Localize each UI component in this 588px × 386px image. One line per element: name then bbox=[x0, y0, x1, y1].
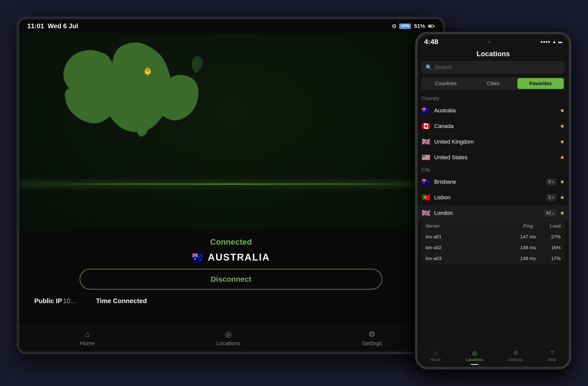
phone-header: Locations bbox=[418, 47, 569, 61]
star-canada[interactable]: ★ bbox=[560, 123, 565, 130]
country-row: 🇦🇺 AUSTRALIA bbox=[34, 252, 428, 263]
tabs-row: Countries Cities Favorites bbox=[422, 77, 565, 90]
map-glow-line bbox=[19, 184, 443, 184]
tablet-map-area bbox=[19, 33, 443, 230]
tab-favorites[interactable]: Favorites bbox=[517, 78, 564, 89]
phone-device: 4:48 ●●●● ▲ ▬ Locations 🔍 Search Countri… bbox=[415, 32, 571, 369]
section-country-label: Country bbox=[418, 94, 569, 103]
locations-nav-icon: ◎ bbox=[472, 349, 477, 357]
server-row[interactable]: lon-a02 148 ms 16% bbox=[422, 242, 565, 253]
server-row[interactable]: lon-a01 147 ms 27% bbox=[422, 232, 565, 242]
col-load-header: Load bbox=[541, 223, 561, 229]
star-uk[interactable]: ★ bbox=[560, 139, 565, 145]
time-connected-item: Time Connected bbox=[96, 297, 147, 305]
list-item[interactable]: 🇺🇸 United States ★ bbox=[418, 150, 569, 165]
chevron-down-icon: ▾ bbox=[552, 180, 554, 184]
settings-icon: ⚙ bbox=[368, 330, 375, 339]
phone-battery-icon: ▬ bbox=[558, 40, 562, 44]
wifi-icon: ⌬ bbox=[392, 23, 396, 29]
disconnect-button[interactable]: Disconnect bbox=[80, 269, 382, 290]
phone-notch bbox=[488, 41, 490, 43]
star-us[interactable]: ★ bbox=[560, 154, 565, 161]
country-uk: United Kingdom bbox=[434, 139, 558, 145]
locations-icon: ◎ bbox=[225, 330, 232, 339]
public-ip-item: Public IP 10... bbox=[34, 297, 76, 305]
chevron-up-icon: ▴ bbox=[552, 211, 554, 215]
public-ip-label: Public IP bbox=[34, 297, 62, 305]
tablet-screen: 11:01 Wed 6 Jul ⌬ VPN 51% bbox=[19, 19, 443, 352]
vpn-badge: VPN bbox=[399, 23, 411, 29]
phone-screen: 4:48 ●●●● ▲ ▬ Locations 🔍 Search Countri… bbox=[418, 34, 569, 367]
flag-brisbane: 🇦🇺 bbox=[422, 178, 431, 186]
phone-wifi-icon: ▲ bbox=[552, 40, 556, 44]
time-connected-label: Time Connected bbox=[96, 297, 147, 305]
list-item[interactable]: 🇬🇧 United Kingdom ★ bbox=[418, 134, 569, 150]
brisbane-count-badge[interactable]: 6 ▾ bbox=[546, 178, 556, 185]
city-brisbane: Brisbane bbox=[434, 179, 546, 185]
country-australia: Australia bbox=[434, 107, 558, 114]
tablet-status-bar: 11:01 Wed 6 Jul ⌬ VPN 51% bbox=[19, 19, 443, 33]
phone-nav-help[interactable]: ? Help bbox=[548, 349, 556, 362]
home-icon: ⌂ bbox=[434, 349, 437, 357]
tablet-time: 11:01 Wed 6 Jul bbox=[27, 22, 78, 30]
country-us: United States bbox=[434, 154, 558, 161]
phone-nav: ⌂ Home ◎ Locations ⚙ Settings ? Help bbox=[418, 346, 569, 367]
country-name: AUSTRALIA bbox=[208, 252, 270, 263]
star-australia[interactable]: ★ bbox=[560, 107, 565, 114]
london-count-badge[interactable]: 62 ▴ bbox=[544, 210, 556, 217]
chevron-down-icon: ▾ bbox=[552, 196, 554, 200]
phone-time: 4:48 bbox=[424, 38, 438, 46]
country-flag: 🇦🇺 bbox=[192, 252, 204, 263]
settings-nav-icon: ⚙ bbox=[513, 349, 518, 357]
info-row: Public IP 10... Time Connected bbox=[34, 297, 428, 305]
lisbon-count-badge[interactable]: 5 ▾ bbox=[546, 194, 556, 201]
nav-underline bbox=[471, 364, 478, 365]
svg-point-0 bbox=[146, 68, 150, 72]
list-item[interactable]: 🇦🇺 Australia ★ bbox=[418, 103, 569, 118]
phone-status-icons: ●●●● ▲ ▬ bbox=[540, 40, 562, 44]
server-row[interactable]: lon-a03 148 ms 17% bbox=[422, 253, 565, 264]
tablet-nav-locations[interactable]: ◎ Locations bbox=[216, 330, 240, 347]
flag-us: 🇺🇸 bbox=[422, 153, 431, 162]
city-lisbon: Lisbon bbox=[434, 194, 546, 201]
list-item[interactable]: 🇵🇹 Lisbon 5 ▾ ★ bbox=[418, 190, 569, 205]
tablet-nav: ⌂ Home ◎ Locations ⚙ Settings bbox=[19, 326, 443, 352]
tablet-nav-home[interactable]: ⌂ Home bbox=[80, 330, 95, 347]
phone-nav-home[interactable]: ⌂ Home bbox=[430, 349, 441, 362]
tablet-status-right: ⌬ VPN 51% bbox=[392, 23, 435, 29]
country-canada: Canada bbox=[434, 123, 558, 130]
tablet-nav-settings[interactable]: ⚙ Settings bbox=[362, 330, 382, 347]
col-server-header: Server bbox=[426, 223, 515, 229]
australia-map bbox=[49, 38, 246, 154]
star-brisbane[interactable]: ★ bbox=[560, 179, 565, 185]
flag-london: 🇬🇧 bbox=[422, 209, 431, 217]
help-icon: ? bbox=[550, 349, 554, 357]
list-item[interactable]: 🇨🇦 Canada ★ bbox=[418, 118, 569, 134]
tablet-bottom-area: Connected 🇦🇺 AUSTRALIA Disconnect Public… bbox=[19, 230, 443, 326]
phone-title: Locations bbox=[477, 50, 510, 58]
list-item[interactable]: 🇦🇺 Brisbane 6 ▾ ★ bbox=[418, 174, 569, 190]
search-icon: 🔍 bbox=[426, 64, 432, 70]
battery-percent: 51% bbox=[414, 23, 425, 29]
search-bar[interactable]: 🔍 Search bbox=[422, 61, 565, 74]
phone-status-bar: 4:48 ●●●● ▲ ▬ bbox=[418, 34, 569, 47]
public-ip-value: 10... bbox=[63, 297, 76, 305]
phone-signal-icon: ●●●● bbox=[540, 40, 550, 44]
connection-status: Connected bbox=[34, 237, 428, 247]
scene: 11:01 Wed 6 Jul ⌬ VPN 51% bbox=[17, 17, 571, 369]
star-london[interactable]: ★ bbox=[560, 210, 565, 216]
flag-australia: 🇦🇺 bbox=[422, 106, 431, 115]
phone-nav-locations[interactable]: ◎ Locations bbox=[466, 349, 483, 365]
city-london: London bbox=[434, 210, 544, 216]
flag-uk: 🇬🇧 bbox=[422, 138, 431, 146]
tab-cities[interactable]: Cities bbox=[470, 78, 516, 89]
list-item[interactable]: 🇬🇧 London 62 ▴ ★ bbox=[418, 205, 569, 221]
search-input[interactable]: Search bbox=[434, 64, 452, 71]
location-list: Country 🇦🇺 Australia ★ 🇨🇦 Canada ★ 🇬🇧 U bbox=[418, 94, 569, 346]
flag-lisbon: 🇵🇹 bbox=[422, 193, 431, 202]
section-city-label: City bbox=[418, 165, 569, 174]
tab-countries[interactable]: Countries bbox=[423, 78, 469, 89]
phone-nav-settings[interactable]: ⚙ Settings bbox=[508, 349, 523, 362]
home-icon: ⌂ bbox=[85, 330, 90, 339]
star-lisbon[interactable]: ★ bbox=[560, 194, 565, 201]
